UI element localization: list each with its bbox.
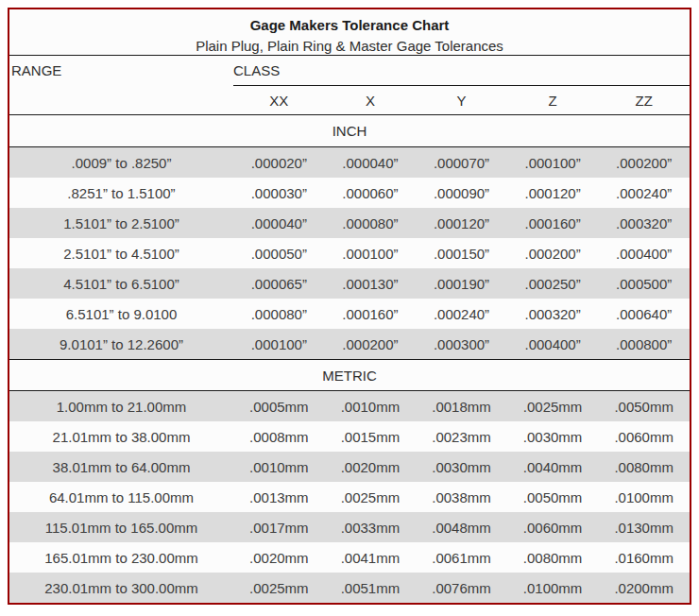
table-row: 165.01mm to 230.00mm.0020mm.0041mm.0061m…: [9, 542, 690, 573]
value-cell: .000200”: [325, 336, 417, 352]
value-cell: .0020mm: [233, 550, 325, 566]
tolerance-chart-table: Gage Makers Tolerance Chart Plain Plug, …: [8, 8, 691, 605]
table-row: 230.01mm to 300.00mm.0025mm.0051mm.0076m…: [9, 573, 690, 603]
table-row: 64.01mm to 115.00mm.0013mm.0025mm.0038mm…: [9, 482, 690, 512]
value-cell: .0013mm: [233, 489, 325, 505]
value-cell: .000800”: [598, 336, 690, 352]
value-cell: .0008mm: [233, 429, 325, 445]
value-cell: .000120”: [507, 185, 599, 201]
column-header-zz: ZZ: [598, 93, 690, 109]
range-cell: 38.01mm to 64.00mm: [9, 459, 233, 475]
table-subtitle: Plain Plug, Plain Ring & Master Gage Tol…: [9, 36, 690, 56]
value-cell: .0050mm: [598, 399, 690, 415]
range-cell: 1.00mm to 21.00mm: [9, 399, 233, 415]
value-cell: .0200mm: [598, 580, 690, 596]
table-body: INCH.0009” to .8250”.000020”.000040”.000…: [9, 115, 690, 603]
value-cell: .0076mm: [416, 580, 507, 596]
value-cell: .0023mm: [416, 429, 507, 445]
value-cell: .0018mm: [416, 399, 507, 415]
value-cell: .000030”: [233, 185, 325, 201]
value-cell: .0020mm: [325, 459, 417, 475]
value-cell: .000065”: [233, 276, 325, 292]
value-cell: .0048mm: [416, 520, 507, 536]
value-cell: .0033mm: [325, 520, 417, 536]
value-cell: .000100”: [507, 155, 599, 171]
class-subheaders: XX X Y Z ZZ: [233, 86, 690, 114]
value-cell: .000250”: [507, 276, 599, 292]
table-row: 6.5101” to 9.0100.000080”.000160”.000240…: [9, 299, 690, 329]
value-cell: .000080”: [233, 306, 325, 322]
value-cell: .0025mm: [507, 399, 599, 415]
value-cell: .0010mm: [233, 459, 325, 475]
range-cell: 4.5101” to 6.5100”: [9, 276, 233, 292]
value-cell: .0051mm: [325, 580, 417, 596]
value-cell: .000400”: [507, 336, 599, 352]
value-cell: .0100mm: [507, 580, 599, 596]
section-rows-metric: 1.00mm to 21.00mm.0005mm.0010mm.0018mm.0…: [9, 391, 690, 603]
range-cell: 230.01mm to 300.00mm: [9, 580, 233, 596]
table-title-block: Gage Makers Tolerance Chart Plain Plug, …: [9, 9, 690, 56]
value-cell: .000120”: [416, 215, 507, 231]
column-header-y: Y: [416, 93, 507, 109]
value-cell: .0015mm: [325, 429, 417, 445]
class-header-area: CLASS XX X Y Z ZZ: [233, 56, 690, 114]
value-cell: .000240”: [416, 306, 507, 322]
value-cell: .0010mm: [325, 399, 417, 415]
value-cell: .000500”: [598, 276, 690, 292]
column-header-z: Z: [507, 93, 599, 109]
value-cell: .0160mm: [598, 550, 690, 566]
value-cell: .000100”: [233, 336, 325, 352]
table-row: 21.01mm to 38.00mm.0008mm.0015mm.0023mm.…: [9, 421, 690, 452]
value-cell: .0061mm: [416, 550, 507, 566]
value-cell: .0017mm: [233, 520, 325, 536]
value-cell: .0080mm: [598, 459, 690, 475]
value-cell: .000080”: [325, 215, 417, 231]
range-cell: 9.0101” to 12.2600”: [9, 336, 233, 352]
table-row: 1.00mm to 21.00mm.0005mm.0010mm.0018mm.0…: [9, 391, 690, 421]
value-cell: .000240”: [598, 185, 690, 201]
section-rows-inch: .0009” to .8250”.000020”.000040”.000070”…: [9, 147, 690, 359]
value-cell: .000160”: [507, 215, 599, 231]
section-header-metric: METRIC: [9, 359, 690, 391]
value-cell: .0050mm: [507, 489, 599, 505]
value-cell: .000090”: [416, 185, 507, 201]
section-header-inch: INCH: [9, 115, 690, 147]
table-row: .0009” to .8250”.000020”.000040”.000070”…: [9, 147, 690, 178]
table-row: .8251” to 1.5100”.000030”.000060”.000090…: [9, 178, 690, 208]
table-row: 9.0101” to 12.2600”.000100”.000200”.0003…: [9, 329, 690, 359]
value-cell: .000150”: [416, 246, 507, 262]
range-cell: .8251” to 1.5100”: [9, 185, 233, 201]
value-cell: .000190”: [416, 276, 507, 292]
value-cell: .000320”: [507, 306, 599, 322]
value-cell: .0030mm: [507, 429, 599, 445]
value-cell: .0030mm: [416, 459, 507, 475]
value-cell: .0060mm: [598, 429, 690, 445]
value-cell: .000040”: [325, 155, 417, 171]
value-cell: .000020”: [233, 155, 325, 171]
value-cell: .000200”: [507, 246, 599, 262]
value-cell: .000400”: [598, 246, 690, 262]
value-cell: .0100mm: [598, 489, 690, 505]
table-row: 1.5101” to 2.5100”.000040”.000080”.00012…: [9, 208, 690, 238]
value-cell: .0041mm: [325, 550, 417, 566]
table-row: 2.5101” to 4.5100”.000050”.000100”.00015…: [9, 238, 690, 268]
value-cell: .0025mm: [233, 580, 325, 596]
value-cell: .0038mm: [416, 489, 507, 505]
class-column-header: CLASS: [233, 56, 690, 86]
table-row: 115.01mm to 165.00mm.0017mm.0033mm.0048m…: [9, 512, 690, 542]
range-cell: 21.01mm to 38.00mm: [9, 429, 233, 445]
range-cell: 64.01mm to 115.00mm: [9, 489, 233, 505]
table-row: 38.01mm to 64.00mm.0010mm.0020mm.0030mm.…: [9, 452, 690, 482]
value-cell: .0005mm: [233, 399, 325, 415]
value-cell: .0130mm: [598, 520, 690, 536]
range-cell: 2.5101” to 4.5100”: [9, 246, 233, 262]
value-cell: .000070”: [416, 155, 507, 171]
value-cell: .0080mm: [507, 550, 599, 566]
value-cell: .000160”: [325, 306, 417, 322]
value-cell: .000060”: [325, 185, 417, 201]
range-cell: 1.5101” to 2.5100”: [9, 215, 233, 231]
value-cell: .0060mm: [507, 520, 599, 536]
value-cell: .000100”: [325, 246, 417, 262]
value-cell: .000640”: [598, 306, 690, 322]
value-cell: .000040”: [233, 215, 325, 231]
